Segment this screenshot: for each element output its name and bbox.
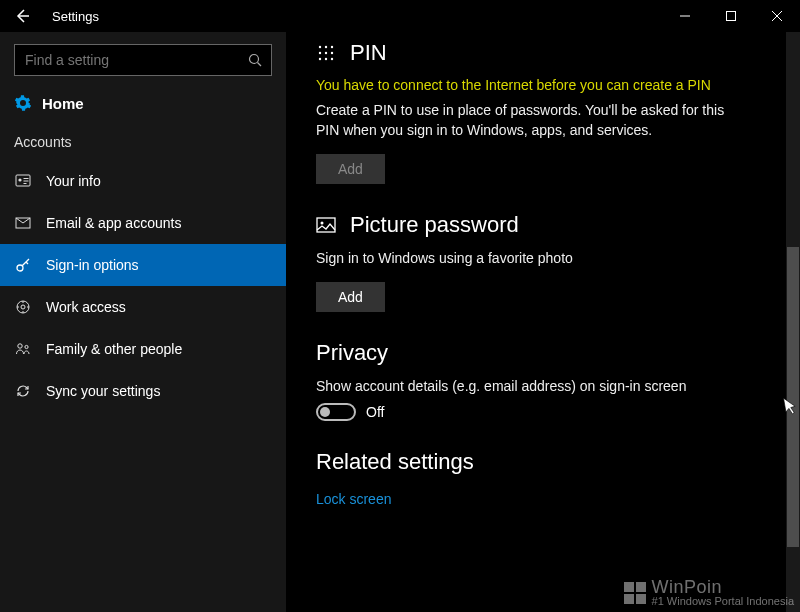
svg-point-8 [18,344,22,348]
search-input[interactable] [14,44,272,76]
sidebar-item-label: Family & other people [46,341,182,357]
image-icon [316,215,336,235]
privacy-heading: Privacy [316,340,770,366]
briefcase-icon [14,299,32,315]
picture-password-add-button[interactable]: Add [316,282,385,312]
watermark-tagline: #1 Windows Portal Indonesia [652,596,794,608]
svg-point-5 [17,265,23,271]
picture-password-heading-text: Picture password [350,212,519,238]
people-icon [14,341,32,357]
window-title: Settings [52,9,99,24]
privacy-description: Show account details (e.g. email address… [316,376,770,396]
svg-point-17 [325,58,327,60]
sidebar-item-label: Sync your settings [46,383,160,399]
sidebar-item-label: Work access [46,299,126,315]
privacy-toggle-state: Off [366,404,384,420]
title-bar: Settings [0,0,800,32]
svg-point-18 [331,58,333,60]
svg-point-20 [321,222,324,225]
gear-icon [14,94,32,112]
sidebar-item-work-access[interactable]: Work access [0,286,286,328]
pin-description: Create a PIN to use in place of password… [316,100,736,141]
windows-logo-icon [624,582,646,604]
scrollbar[interactable] [786,32,800,612]
sidebar-item-sync[interactable]: Sync your settings [0,370,286,412]
svg-rect-19 [317,218,335,232]
watermark: WinPoin #1 Windows Portal Indonesia [624,578,794,608]
picture-password-heading: Picture password [316,212,770,238]
sidebar-item-label: Your info [46,173,101,189]
svg-point-12 [331,46,333,48]
svg-point-13 [319,52,321,54]
back-button[interactable] [10,4,34,28]
svg-point-16 [319,58,321,60]
home-label: Home [42,95,84,112]
keypad-icon [316,43,336,63]
privacy-toggle[interactable] [316,403,356,421]
maximize-button[interactable] [708,0,754,32]
lock-screen-link[interactable]: Lock screen [316,491,391,507]
sidebar-item-your-info[interactable]: Your info [0,160,286,202]
svg-point-14 [325,52,327,54]
close-button[interactable] [754,0,800,32]
key-icon [14,257,32,273]
sidebar: Home Accounts Your info Email & app acco… [0,32,286,612]
svg-point-7 [21,305,25,309]
pin-add-button: Add [316,154,385,184]
picture-password-description: Sign in to Windows using a favorite phot… [316,248,770,268]
mail-icon [14,215,32,231]
person-badge-icon [14,173,32,189]
svg-point-3 [18,178,21,181]
svg-point-15 [331,52,333,54]
sidebar-item-email-accounts[interactable]: Email & app accounts [0,202,286,244]
related-settings-heading: Related settings [316,449,770,475]
sidebar-item-label: Sign-in options [46,257,139,273]
sidebar-section-label: Accounts [0,128,286,160]
minimize-button[interactable] [662,0,708,32]
pin-warning: You have to connect to the Internet befo… [316,76,770,96]
svg-point-10 [319,46,321,48]
svg-point-11 [325,46,327,48]
sidebar-item-label: Email & app accounts [46,215,181,231]
svg-point-9 [25,345,28,348]
sidebar-item-signin-options[interactable]: Sign-in options [0,244,286,286]
watermark-name: WinPoin [652,578,794,597]
pin-heading: PIN [316,40,770,66]
sync-icon [14,383,32,399]
pin-heading-text: PIN [350,40,387,66]
home-link[interactable]: Home [0,86,286,128]
sidebar-item-family[interactable]: Family & other people [0,328,286,370]
main-content: PIN You have to connect to the Internet … [286,32,800,612]
svg-rect-0 [727,12,736,21]
